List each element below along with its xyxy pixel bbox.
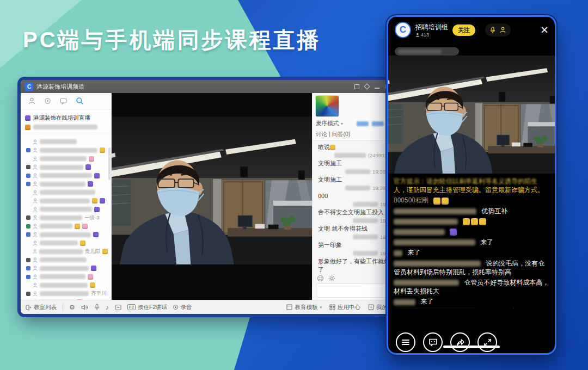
phone-video-area[interactable]: [388, 55, 555, 174]
user-row[interactable]: [26, 256, 108, 264]
chat-action-link[interactable]: [357, 121, 369, 126]
classroom-list-label: 教室列表: [34, 304, 57, 311]
chat-message: 来了: [394, 248, 549, 257]
person-icon: [33, 147, 38, 153]
person-icon: [33, 215, 38, 220]
user-row[interactable]: [26, 264, 108, 273]
gear-icon[interactable]: [328, 275, 335, 282]
user-role-icon: [26, 232, 30, 237]
person-icon: [33, 139, 38, 145]
link-mic-pill[interactable]: [485, 23, 511, 36]
purple-badge-icon: [25, 115, 30, 121]
location-pin-icon[interactable]: [44, 97, 51, 104]
channel-item[interactable]: 港源装饰在线培训直播: [25, 113, 107, 122]
person-icon: [33, 190, 38, 195]
pink-badge-icon: [82, 224, 88, 229]
settings-diamond-icon[interactable]: [364, 83, 370, 89]
fullscreen-button[interactable]: [477, 332, 497, 352]
speaker-icon[interactable]: [81, 304, 88, 311]
keyboard-key-icon[interactable]: [115, 304, 121, 311]
search-icon[interactable]: [76, 97, 84, 105]
education-template-button[interactable]: 教育模板 ▾: [286, 304, 322, 311]
music-note-icon[interactable]: ♪: [106, 304, 109, 311]
user-row[interactable]: 齐平川: [26, 289, 108, 298]
user-row[interactable]: 贵儿阳: [26, 248, 108, 256]
share-button[interactable]: [450, 332, 470, 352]
record-button[interactable]: 录音: [173, 304, 192, 311]
app-center-button[interactable]: 应用中心: [329, 304, 360, 311]
gear-icon[interactable]: ⚙: [69, 304, 75, 311]
user-row[interactable]: [26, 239, 108, 248]
layout-icon[interactable]: [354, 84, 359, 89]
chevron-down-icon: ▾: [320, 305, 322, 310]
f2-key-icon: F2: [127, 304, 136, 310]
user-row[interactable]: [26, 180, 108, 189]
banner-title: PC端与手机端同步课程直播: [23, 25, 321, 55]
chat-bubble-icon: [428, 338, 438, 347]
sidebar-scrollbar[interactable]: [108, 147, 111, 180]
yellow-badge-icon: [80, 240, 85, 246]
channel-label: 港源装饰在线培训直播: [33, 114, 90, 122]
user-row[interactable]: [26, 281, 108, 290]
user-role-icon: [26, 258, 30, 262]
phone-header: C 招聘培训组 413 关注 ×: [388, 17, 555, 43]
sender-name: 800500程刚: [394, 196, 428, 204]
push-to-talk-button[interactable]: F2 按住F2讲话: [127, 304, 168, 311]
person-icon: [33, 299, 38, 300]
live-thumbnail[interactable]: [316, 96, 339, 116]
user-row[interactable]: [26, 163, 108, 172]
user-row[interactable]: [26, 146, 108, 155]
chat-message: [394, 217, 549, 226]
user-tag: 贵儿阳: [85, 248, 101, 255]
user-row[interactable]: [26, 298, 108, 300]
menu-button[interactable]: [396, 332, 415, 352]
user-tag: 齐平川: [91, 290, 107, 297]
app-logo-icon: C: [25, 83, 33, 91]
follow-button[interactable]: 关注: [452, 24, 475, 36]
speaker-webcam-feed: [388, 55, 555, 174]
person-icon: [33, 164, 38, 170]
pink-badge-icon: [89, 156, 94, 162]
comment-button[interactable]: [423, 332, 443, 352]
thumb-badge-icon: [92, 198, 97, 203]
user-row[interactable]: [26, 205, 108, 214]
document-icon: [368, 304, 374, 310]
user-row[interactable]: [26, 155, 108, 163]
user-row[interactable]: [26, 273, 108, 281]
exit-door-icon: [25, 304, 32, 311]
chat-action-link[interactable]: [372, 121, 384, 126]
menu-icon: [401, 338, 410, 346]
pc-titlebar[interactable]: C 港源装饰培训频道 ×: [21, 80, 403, 93]
speaker-webcam-feed: [112, 116, 312, 264]
microphone-icon[interactable]: [94, 304, 100, 311]
user-row[interactable]: 一级-3: [26, 214, 108, 223]
microphone-icon: [490, 27, 495, 34]
person-icon: [33, 257, 38, 263]
person-icon: [415, 33, 420, 37]
user-row[interactable]: [26, 171, 108, 180]
user-row[interactable]: [26, 188, 108, 197]
close-icon[interactable]: ×: [541, 24, 548, 35]
minimize-button[interactable]: [375, 88, 379, 89]
members-icon[interactable]: [28, 97, 35, 104]
viewer-count: 413: [415, 32, 448, 38]
pc-bottom-toolbar: 教室列表 ⚙ ♪ F2 按住F2讲话 录音 教育模板 ▾: [21, 300, 403, 314]
channel-item[interactable]: [25, 122, 107, 132]
pc-video-area[interactable]: [112, 93, 312, 300]
pink-badge-icon: [88, 274, 93, 280]
person-icon: [33, 173, 38, 178]
classroom-list-button[interactable]: 教室列表: [25, 304, 57, 311]
chat-message: 仓管员不好导致材料成本高，材料丢失损耗大: [394, 278, 549, 295]
chevron-down-icon[interactable]: ▾: [341, 121, 343, 126]
user-role-icon: [26, 224, 30, 229]
home-indicator[interactable]: [443, 346, 500, 348]
emoji-icon[interactable]: [317, 275, 324, 282]
mic-mode-label[interactable]: 麦序模式: [316, 120, 339, 127]
chat-panel-icon[interactable]: [60, 97, 67, 104]
user-row[interactable]: [26, 197, 108, 206]
user-row[interactable]: [26, 222, 108, 231]
user-row[interactable]: [26, 138, 108, 146]
user-role-icon: [26, 148, 30, 152]
push-to-talk-label: 按住F2讲话: [138, 304, 167, 311]
user-row[interactable]: [26, 231, 108, 239]
